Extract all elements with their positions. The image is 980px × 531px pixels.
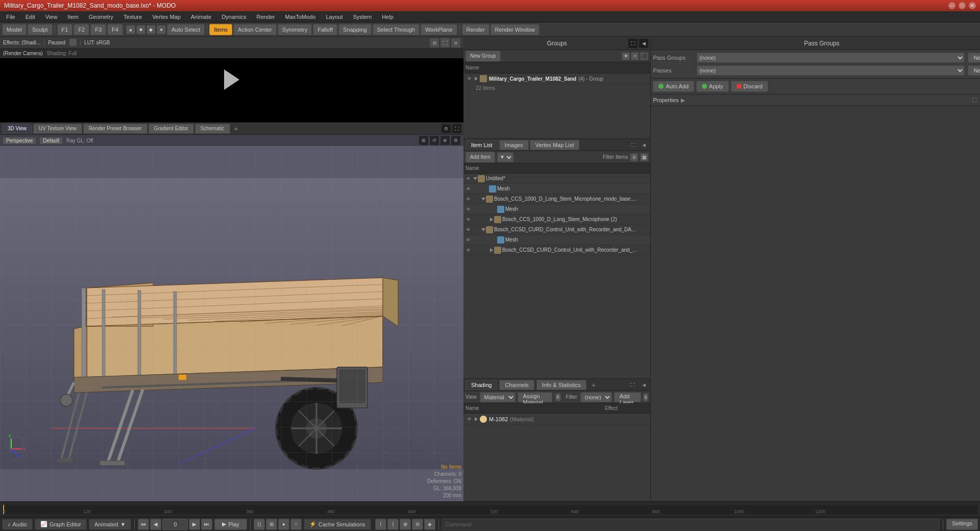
mode-icon-1[interactable]: ▲ xyxy=(126,25,135,34)
menu-help[interactable]: Help xyxy=(378,13,398,21)
audio-btn[interactable]: ♪ Audio xyxy=(2,519,33,530)
more-btn-1[interactable]: ⟨ xyxy=(375,519,386,530)
add-layer-select-btn[interactable]: S xyxy=(643,393,649,401)
viewport-expand-btn[interactable]: ⛶ xyxy=(452,124,461,133)
item-eye-mesh2[interactable]: 👁 xyxy=(464,206,472,213)
shading-row-m1082[interactable]: 👁 M-1082 (Material) xyxy=(463,414,650,425)
goto-start-btn[interactable]: ⏮ xyxy=(138,519,149,530)
raygl-label[interactable]: Ray GL: Off xyxy=(66,138,93,143)
select-through-btn[interactable]: Select Through xyxy=(373,24,420,35)
tab-uv-texture[interactable]: UV Texture View xyxy=(33,124,82,134)
item-row-ccsd2[interactable]: 👁 Bosch_CCSD_CURD_Control_Unit_with_Reco… xyxy=(463,245,650,255)
tab-channels[interactable]: Channels xyxy=(499,380,534,390)
assign-F-btn[interactable]: F xyxy=(555,393,561,401)
workplane-btn[interactable]: WorkPlane xyxy=(421,24,457,35)
vp-options-btn[interactable]: ⚙ xyxy=(451,136,460,145)
filter-S-btn[interactable]: S xyxy=(630,153,638,161)
more-btn-4[interactable]: ⊖ xyxy=(412,519,423,530)
goto-end-btn[interactable]: ⏭ xyxy=(201,519,212,530)
item-row-ccsd[interactable]: 👁 Bosch_CCSD_CURD_Control_Unit_with_Reco… xyxy=(463,225,650,235)
extra-btn-3[interactable]: ● xyxy=(278,519,289,530)
item-row-bosch2[interactable]: 👁 Bosch_CCS_1000_D_Long_Stem_Microphone … xyxy=(463,214,650,225)
add-tab-btn[interactable]: + xyxy=(231,124,241,134)
item-eye-ccsd2[interactable]: 👁 xyxy=(464,247,472,254)
item-eye-untitled[interactable]: 👁 xyxy=(464,175,472,182)
item-row-untitled[interactable]: 👁 Untitled* xyxy=(463,174,650,184)
tab-3d-view[interactable]: 3D View xyxy=(2,124,32,134)
pass-groups-select[interactable]: (none) xyxy=(697,53,965,63)
item-eye-ccsd[interactable]: 👁 xyxy=(464,226,472,233)
graph-editor-btn[interactable]: 📈 Graph Editor xyxy=(35,519,87,530)
shading-content[interactable]: 👁 M-1082 (Material) xyxy=(463,414,650,501)
item-eye-bosch1[interactable]: 👁 xyxy=(464,196,472,203)
tab-vertex-map-list[interactable]: Vertex Map List xyxy=(530,140,580,150)
f3-btn[interactable]: F3 xyxy=(90,24,106,35)
extra-btn-1[interactable]: ⟨⟩ xyxy=(254,519,265,530)
mode-icon-2[interactable]: ■ xyxy=(136,25,145,34)
more-btn-5[interactable]: ◈ xyxy=(424,519,435,530)
menu-edit[interactable]: Edit xyxy=(21,13,39,21)
assign-material-btn[interactable]: Assign Material xyxy=(518,392,552,402)
tab-info-stats[interactable]: Info & Statistics xyxy=(536,380,586,390)
new-group-btn[interactable]: New Group xyxy=(465,51,501,62)
cache-simulations-btn[interactable]: ⚡ Cache Simulations xyxy=(304,519,371,530)
tab-item-list[interactable]: Item List xyxy=(465,140,498,150)
prop-expand-btn[interactable]: ⛶ xyxy=(970,95,979,105)
menu-system[interactable]: System xyxy=(349,13,376,21)
passes-select[interactable]: (none) xyxy=(697,65,965,76)
add-layer-btn[interactable]: Add Layer xyxy=(614,392,641,402)
perspective-label[interactable]: Perspective xyxy=(3,137,36,144)
f2-btn[interactable]: F2 xyxy=(74,24,89,35)
vp-zoom-btn[interactable]: ⊕ xyxy=(440,136,450,145)
action-center-btn[interactable]: Action Center xyxy=(233,24,277,35)
f1-btn[interactable]: F1 xyxy=(57,24,73,35)
more-btn-2[interactable]: ⟩ xyxy=(387,519,399,530)
shading-expand-btn[interactable]: ⛶ xyxy=(628,380,637,390)
shading-filter-select[interactable]: (none) xyxy=(580,392,612,402)
group-expand-triangle[interactable] xyxy=(475,77,478,81)
triangle-bosch1[interactable] xyxy=(481,198,485,201)
il-expand-btn[interactable]: ⛶ xyxy=(629,140,638,150)
prev-frame-btn[interactable]: ◀ xyxy=(150,519,161,530)
shading-triangle-m1082[interactable] xyxy=(475,417,478,421)
symmetry-btn[interactable]: Symmetry xyxy=(278,24,312,35)
menu-maxtomodo[interactable]: MaxToModo xyxy=(281,13,320,21)
add-item-btn[interactable]: Add Item xyxy=(465,152,495,163)
default-label[interactable]: Default xyxy=(40,137,62,144)
maximize-video-btn[interactable]: ⛶ xyxy=(440,38,450,47)
render-btn[interactable]: Render xyxy=(462,24,489,35)
tab-render-preset[interactable]: Render Preset Browser xyxy=(83,124,148,134)
vp-refresh-btn[interactable]: ↺ xyxy=(430,136,439,145)
close-btn[interactable]: ✕ xyxy=(969,2,976,9)
mode-model-btn[interactable]: Model xyxy=(2,24,27,35)
play-button-large[interactable] xyxy=(219,67,244,92)
tab-shading[interactable]: Shading xyxy=(465,380,497,390)
item-row-mesh3[interactable]: 👁 Mesh xyxy=(463,235,650,245)
item-row-bosch1[interactable]: 👁 Bosch_CCS_1000_D_Long_Stem_Microphone_… xyxy=(463,194,650,204)
shading-add-tab[interactable]: + xyxy=(589,380,599,390)
snapping-btn[interactable]: Snapping xyxy=(338,24,372,35)
shading-menu-btn[interactable]: ◀ xyxy=(639,380,648,390)
extra-btn-4[interactable]: ○ xyxy=(290,519,302,530)
extra-btn-2[interactable]: ⊞ xyxy=(266,519,277,530)
minimize-btn[interactable]: ─ xyxy=(948,2,955,9)
shading-view-select[interactable]: Material xyxy=(480,392,516,402)
titlebar-controls[interactable]: ─ □ ✕ xyxy=(948,2,976,9)
menu-animate[interactable]: Animate xyxy=(187,13,215,21)
groups-icon-1[interactable]: 👁 xyxy=(622,52,630,60)
apply-btn[interactable]: Apply xyxy=(696,81,729,92)
menu-file[interactable]: File xyxy=(2,13,19,21)
timeline-track[interactable]: 0 120 240 360 480 600 720 840 960 1080 1… xyxy=(2,505,978,514)
passes-new-btn[interactable]: New xyxy=(968,65,980,76)
menu-dynamics[interactable]: Dynamics xyxy=(217,13,250,21)
options-icon[interactable] xyxy=(69,39,77,46)
pass-groups-new-btn[interactable]: New xyxy=(968,53,980,63)
group-eye-btn[interactable]: 👁 xyxy=(465,75,473,82)
shading-eye-m1082[interactable]: 👁 xyxy=(465,416,473,423)
next-frame-btn[interactable]: ▶ xyxy=(189,519,200,530)
il-menu-btn[interactable]: ◀ xyxy=(639,140,648,150)
vp-grid-btn[interactable]: ⊞ xyxy=(419,136,428,145)
item-eye-mesh1[interactable]: 👁 xyxy=(464,185,472,192)
mode-icon-3[interactable]: ◆ xyxy=(146,25,156,34)
discard-btn[interactable]: Discard xyxy=(731,81,768,92)
